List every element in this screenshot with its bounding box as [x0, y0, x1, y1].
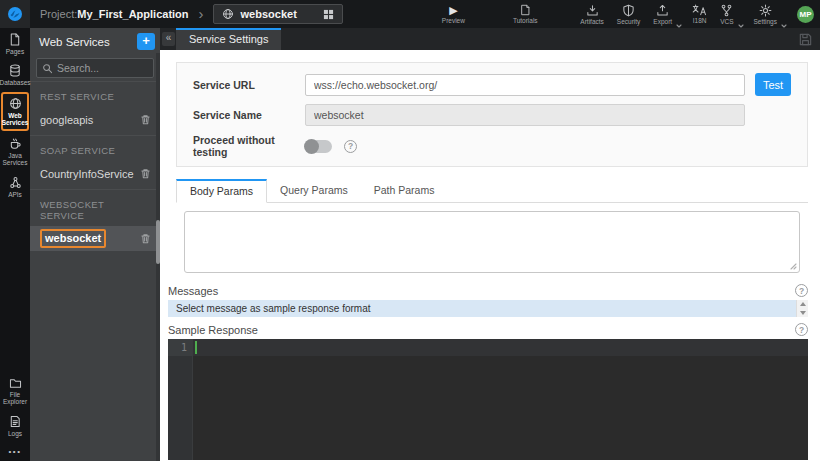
tutorials-button[interactable]: Tutorials	[510, 0, 541, 28]
proceed-toggle[interactable]	[305, 140, 332, 153]
sidebar-item-label: Pages	[6, 48, 24, 55]
sidebar-item-label: Web Services	[2, 112, 29, 127]
messages-scrollbar[interactable]	[796, 300, 808, 317]
proceed-without-testing-label: Proceed without testing	[193, 134, 305, 158]
project-label: Project:	[40, 8, 77, 20]
api-nodes-icon	[9, 176, 22, 189]
export-label: Export	[653, 18, 672, 25]
grid-icon[interactable]	[323, 9, 334, 20]
shield-icon	[622, 4, 635, 17]
preview-button[interactable]: ▶ Preview	[439, 0, 468, 28]
sidebar-item-web-services[interactable]: Web Services	[1, 92, 29, 131]
active-service-tab[interactable]: websocket	[213, 4, 343, 24]
add-service-button[interactable]: +	[137, 33, 155, 50]
sidebar-item-label: Logs	[8, 430, 22, 437]
help-icon[interactable]: ?	[344, 140, 357, 153]
git-branch-icon	[720, 4, 733, 17]
trash-icon[interactable]	[140, 168, 151, 180]
scroll-up-icon[interactable]	[800, 302, 806, 306]
tutorials-label: Tutorials	[513, 17, 538, 24]
active-service-name: websocket	[241, 8, 297, 20]
service-url-input[interactable]	[305, 74, 745, 96]
trash-icon[interactable]	[140, 233, 151, 245]
page-icon	[9, 33, 21, 46]
help-icon[interactable]: ?	[795, 323, 808, 336]
tab-service-settings[interactable]: Service Settings	[176, 28, 281, 50]
service-row-googleapis[interactable]: googleapis	[30, 107, 160, 132]
toggle-knob	[304, 139, 319, 154]
sidebar-item-databases[interactable]: Databases	[0, 59, 30, 90]
document-icon	[520, 4, 531, 16]
scroll-down-icon[interactable]	[800, 311, 806, 315]
tab-body-params[interactable]: Body Params	[176, 179, 267, 203]
gear-icon	[759, 4, 772, 17]
sample-response-header-row: Sample Response ?	[168, 323, 808, 336]
help-icon[interactable]: ?	[795, 284, 808, 297]
sidebar-item-label: File Explorer	[0, 391, 30, 406]
collapse-panel-button[interactable]: «	[162, 32, 175, 46]
sidebar-item-label: Databases	[0, 79, 31, 86]
preview-label: Preview	[442, 17, 465, 24]
sidebar-item-java-services[interactable]: Java Services	[0, 132, 30, 171]
tab-query-params[interactable]: Query Params	[267, 179, 361, 202]
main-area: « Service Settings Service URL Test Serv…	[160, 28, 820, 461]
sidebar-item-label: Java Services	[0, 152, 30, 167]
sidebar-item-file-explorer[interactable]: File Explorer	[0, 373, 30, 410]
vcs-button[interactable]: VCS	[717, 0, 743, 28]
resize-grip-icon[interactable]	[789, 262, 797, 270]
body-params-panel	[184, 211, 800, 273]
section-header-soap: SOAP SERVICE	[30, 135, 160, 161]
floppy-save-icon[interactable]	[798, 32, 813, 47]
security-label: Security	[617, 18, 640, 25]
settings-button[interactable]: Settings	[751, 0, 788, 28]
service-row-websocket[interactable]: websocket	[30, 226, 160, 251]
editor-gutter: 1	[168, 339, 193, 460]
service-name-input	[305, 104, 745, 126]
vcs-label: VCS	[720, 18, 733, 25]
service-url-label: Service URL	[193, 79, 305, 91]
user-avatar[interactable]: MP	[797, 6, 814, 23]
messages-select-list[interactable]: Select message as sample response format	[168, 300, 808, 317]
sample-response-code-editor[interactable]: 1	[168, 339, 808, 460]
project-name: My_First_Application	[77, 8, 188, 20]
database-icon	[9, 64, 21, 77]
topbar-right-group: Artifacts Security Export	[577, 0, 820, 28]
messages-select-text: Select message as sample response format	[168, 303, 371, 314]
body-params-textarea[interactable]	[184, 211, 800, 273]
service-row-countryinfoservice[interactable]: CountryInfoService	[30, 161, 160, 186]
coffee-icon	[9, 137, 22, 150]
section-header-rest: REST SERVICE	[30, 81, 160, 107]
sidebar-item-apis[interactable]: APIs	[0, 171, 30, 202]
security-button[interactable]: Security	[614, 0, 643, 28]
search-input[interactable]	[36, 58, 154, 78]
top-bar: Project:My_First_Application › websocket…	[0, 0, 820, 28]
globe-icon	[9, 97, 22, 110]
panel-scrollbar-thumb[interactable]	[156, 220, 160, 264]
translate-icon	[692, 4, 707, 16]
artifacts-label: Artifacts	[580, 18, 603, 25]
params-tab-strip: Body Params Query Params Path Params	[176, 179, 808, 203]
service-form-panel: Service URL Test Service Name Proceed wi…	[176, 62, 808, 167]
service-name-label: Service Name	[193, 109, 305, 121]
i18n-button[interactable]: I18N	[689, 0, 710, 28]
sample-response-label: Sample Response	[168, 324, 258, 336]
messages-header-row: Messages ?	[168, 284, 808, 297]
app-window: Project:My_First_Application › websocket…	[0, 0, 820, 461]
breadcrumb: Project:My_First_Application	[40, 8, 189, 20]
tab-path-params[interactable]: Path Params	[361, 179, 448, 202]
web-services-panel: Web Services + REST SERVICE googleapis S…	[30, 28, 160, 461]
rail-overflow-button[interactable]: •••	[0, 441, 30, 461]
service-name: googleapis	[40, 114, 140, 126]
wavemaker-logo[interactable]	[0, 0, 30, 28]
messages-label: Messages	[168, 285, 218, 297]
settings-label: Settings	[754, 18, 778, 25]
export-button[interactable]: Export	[650, 0, 682, 28]
editor-code-area[interactable]	[193, 339, 808, 460]
sidebar-item-logs[interactable]: Logs	[0, 410, 30, 441]
test-button[interactable]: Test	[755, 73, 791, 96]
section-header-websocket: WEBSOCKET SERVICE	[30, 189, 160, 226]
trash-icon[interactable]	[140, 114, 151, 126]
sidebar-item-pages[interactable]: Pages	[0, 28, 30, 59]
artifacts-button[interactable]: Artifacts	[577, 0, 606, 28]
service-search	[36, 58, 154, 78]
